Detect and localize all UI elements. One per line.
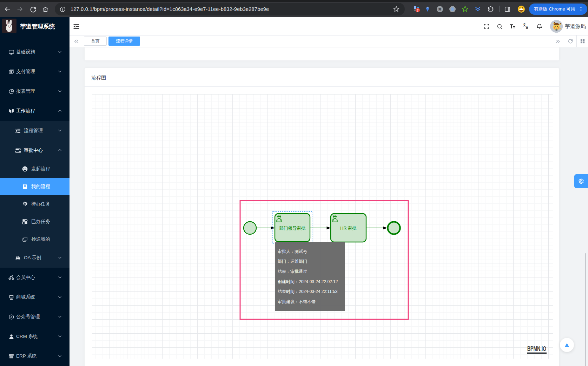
svg-text:7: 7 xyxy=(417,9,418,12)
svg-text:BPMN.iO: BPMN.iO xyxy=(527,345,546,352)
svg-text:HR 审批: HR 审批 xyxy=(340,226,357,231)
svg-text:部门领导审批: 部门领导审批 xyxy=(279,226,306,231)
svg-text:A: A xyxy=(526,26,528,30)
svg-text:⌘: ⌘ xyxy=(438,7,442,11)
